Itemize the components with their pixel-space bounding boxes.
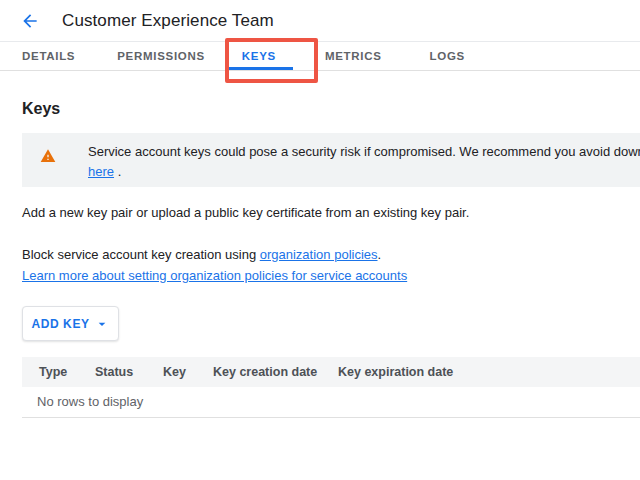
keys-tab-content: Keys Service account keys could pose a s… <box>0 71 640 418</box>
empty-message: No rows to display <box>22 387 640 417</box>
warning-banner: Service account keys could pose a securi… <box>22 133 640 187</box>
warning-triangle-icon <box>40 148 56 164</box>
warning-message: Service account keys could pose a securi… <box>88 142 640 182</box>
warning-message-suffix: . <box>114 164 121 179</box>
warning-message-line1: Service account keys could pose a securi… <box>88 144 640 159</box>
column-header-type: Type <box>22 357 95 387</box>
tab-label: KEYS <box>242 50 276 62</box>
add-key-button-label: ADD KEY <box>31 317 89 331</box>
tab-label: PERMISSIONS <box>117 50 205 62</box>
service-account-keys-page: Customer Experience Team DETAILS PERMISS… <box>0 0 640 480</box>
tab-logs[interactable]: LOGS <box>406 42 489 70</box>
page-title: Customer Experience Team <box>62 11 274 31</box>
tab-label: METRICS <box>325 50 382 62</box>
tab-details[interactable]: DETAILS <box>0 42 99 70</box>
intro-text: Add a new key pair or upload a public ke… <box>22 205 640 220</box>
tab-label: DETAILS <box>22 50 75 62</box>
column-header-key-creation-date: Key creation date <box>213 357 338 387</box>
tab-permissions[interactable]: PERMISSIONS <box>99 42 229 70</box>
here-link[interactable]: here <box>88 164 114 179</box>
tab-keys[interactable]: KEYS <box>229 42 293 70</box>
organization-policies-link[interactable]: organization policies <box>260 247 378 262</box>
arrow-drop-down-icon <box>94 316 110 332</box>
policy-text-prefix: Block service account key creation using <box>22 247 260 262</box>
tab-bar: DETAILS PERMISSIONS KEYS METRICS LOGS <box>0 42 640 71</box>
learn-more-link[interactable]: Learn more about setting organization po… <box>22 268 407 283</box>
column-header-status: Status <box>95 357 163 387</box>
page-header: Customer Experience Team <box>0 0 640 42</box>
keys-table: Type Status Key Key creation date Key ex… <box>22 357 640 418</box>
back-button[interactable] <box>18 9 42 33</box>
policy-text: Block service account key creation using… <box>22 244 640 286</box>
tab-metrics[interactable]: METRICS <box>293 42 406 70</box>
arrow-back-icon <box>20 11 40 31</box>
table-empty-row: No rows to display <box>22 387 640 417</box>
add-key-button[interactable]: ADD KEY <box>22 306 119 341</box>
keys-heading: Keys <box>22 100 640 118</box>
tab-label: LOGS <box>430 50 465 62</box>
policy-text-suffix: . <box>378 247 382 262</box>
column-header-key-expiration-date: Key expiration date <box>338 357 640 387</box>
table-header-row: Type Status Key Key creation date Key ex… <box>22 357 640 387</box>
column-header-key: Key <box>163 357 213 387</box>
